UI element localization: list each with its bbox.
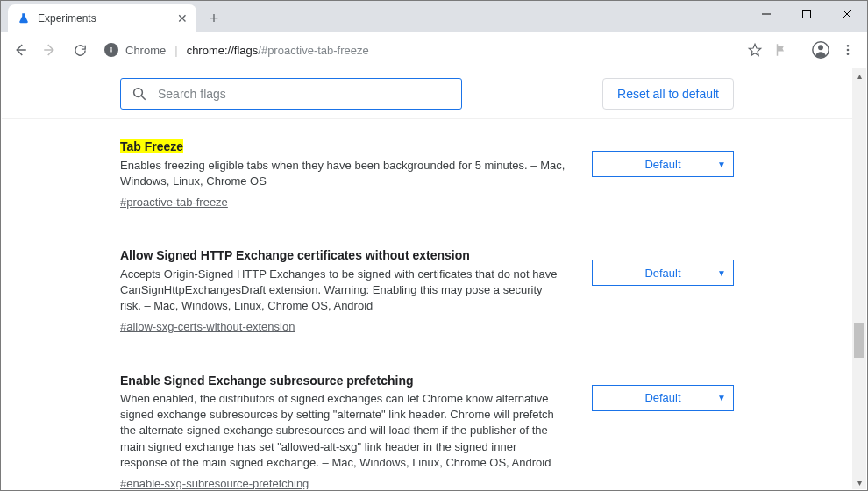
chevron-down-icon: ▼ <box>717 393 726 402</box>
flag-title: Tab Freeze <box>120 139 183 153</box>
flag-icon[interactable] <box>773 42 789 58</box>
flag-item: Allow Signed HTTP Exchange certificates … <box>120 247 734 335</box>
search-flags-box[interactable] <box>120 78 462 110</box>
svg-point-11 <box>847 53 850 55</box>
flag-permalink[interactable]: #proactive-tab-freeze <box>120 195 228 210</box>
flag-description: Accepts Origin-Signed HTTP Exchanges to … <box>120 267 566 315</box>
flag-item: Enable Signed Exchange subresource prefe… <box>120 373 734 490</box>
window-controls <box>746 1 867 27</box>
tab-title: Experiments <box>38 12 170 25</box>
profile-avatar-icon[interactable] <box>811 40 830 60</box>
chevron-down-icon: ▼ <box>717 160 726 169</box>
svg-point-12 <box>134 88 143 96</box>
flag-select-value: Default <box>644 158 680 171</box>
flags-list: Tab FreezeEnables freezing eligible tabs… <box>2 119 852 489</box>
bookmark-star-icon[interactable] <box>747 42 763 58</box>
window-titlebar: Experiments ✕ + <box>1 1 867 32</box>
flag-select-dropdown[interactable]: Default▼ <box>592 151 734 177</box>
flag-select-dropdown[interactable]: Default▼ <box>592 260 734 286</box>
svg-point-8 <box>818 45 823 50</box>
toolbar-right <box>747 40 860 60</box>
flag-text: Tab FreezeEnables freezing eligible tabs… <box>120 139 566 210</box>
flag-description: Enables freezing eligible tabs when they… <box>120 158 566 189</box>
flag-select-value: Default <box>644 391 680 404</box>
omnibox-path-weak: /#proactive-tab-freeze <box>258 44 368 57</box>
scroll-up-arrow[interactable]: ▴ <box>852 68 866 82</box>
svg-point-5 <box>110 47 112 49</box>
flag-title: Allow Signed HTTP Exchange certificates … <box>120 248 470 262</box>
flag-select-value: Default <box>644 267 680 280</box>
search-icon <box>132 86 147 102</box>
svg-line-13 <box>141 96 146 100</box>
flag-select: Default▼ <box>592 260 734 286</box>
maximize-button[interactable] <box>786 1 827 27</box>
svg-point-9 <box>847 45 850 47</box>
omnibox-separator: | <box>174 44 177 57</box>
minimize-button[interactable] <box>746 1 786 27</box>
new-tab-button[interactable]: + <box>202 6 226 31</box>
flask-icon <box>17 11 31 25</box>
omnibox-host: Chrome <box>125 44 166 57</box>
svg-point-10 <box>847 49 850 52</box>
flag-description: When enabled, the distributors of signed… <box>120 391 566 471</box>
address-bar[interactable]: Chrome | chrome://flags/#proactive-tab-f… <box>104 43 369 57</box>
flag-select: Default▼ <box>592 385 734 411</box>
svg-rect-6 <box>110 49 111 52</box>
site-info-icon[interactable] <box>104 43 118 57</box>
reset-all-button[interactable]: Reset all to default <box>602 78 734 110</box>
svg-rect-1 <box>803 11 811 18</box>
flags-header: Reset all to default <box>2 68 852 119</box>
flag-permalink[interactable]: #enable-sxg-subresource-prefetching <box>120 476 309 489</box>
chevron-down-icon: ▼ <box>717 268 726 278</box>
search-flags-input[interactable] <box>156 86 451 102</box>
flag-select-dropdown[interactable]: Default▼ <box>592 385 734 411</box>
omnibox-path-strong: chrome://flags <box>187 44 259 57</box>
browser-tab-active[interactable]: Experiments ✕ <box>8 4 196 32</box>
scroll-down-arrow[interactable]: ▾ <box>852 475 866 489</box>
close-window-button[interactable] <box>827 1 867 27</box>
app-window: Experiments ✕ + Chrome | chrome://flags <box>0 0 868 491</box>
flag-permalink[interactable]: #allow-sxg-certs-without-extension <box>120 319 295 335</box>
page-viewport: Reset all to default Tab FreezeEnables f… <box>2 68 866 489</box>
toolbar-divider <box>800 41 800 59</box>
vertical-scrollbar[interactable]: ▴ ▾ <box>852 68 866 489</box>
flag-title: Enable Signed Exchange subresource prefe… <box>120 374 414 388</box>
forward-button[interactable] <box>38 38 62 62</box>
flag-item: Tab FreezeEnables freezing eligible tabs… <box>120 139 734 210</box>
tab-strip: Experiments ✕ + <box>1 1 226 32</box>
flag-select: Default▼ <box>592 151 734 177</box>
browser-toolbar: Chrome | chrome://flags/#proactive-tab-f… <box>1 32 867 68</box>
page-content: Reset all to default Tab FreezeEnables f… <box>2 68 852 489</box>
scrollbar-thumb[interactable] <box>854 323 864 358</box>
flag-text: Enable Signed Exchange subresource prefe… <box>120 373 566 490</box>
reload-button[interactable] <box>68 38 92 62</box>
more-menu-icon[interactable] <box>841 43 855 57</box>
back-button[interactable] <box>8 38 32 62</box>
flag-text: Allow Signed HTTP Exchange certificates … <box>120 247 566 335</box>
close-tab-icon[interactable]: ✕ <box>177 12 188 25</box>
